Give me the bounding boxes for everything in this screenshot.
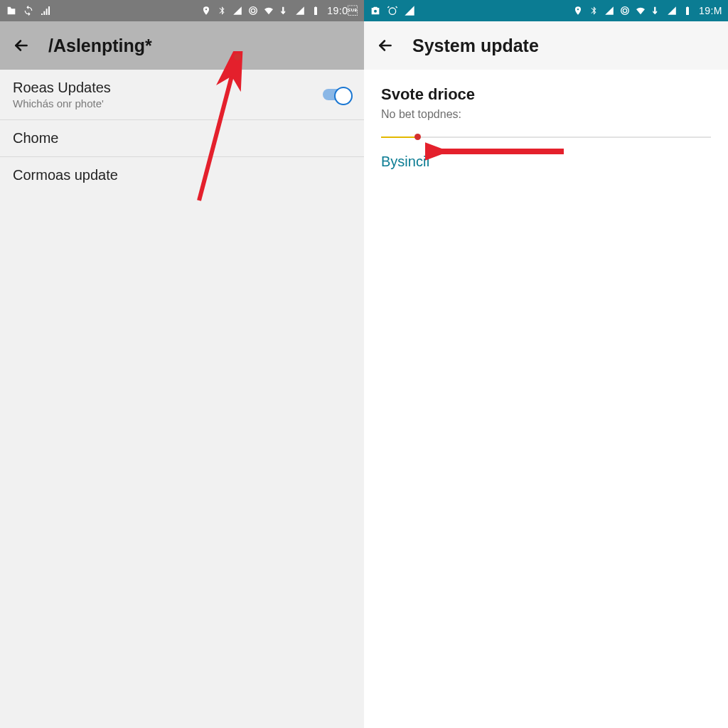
data-icon [651,5,662,16]
progress-bar [381,136,711,138]
sync-icon [23,5,34,16]
cell-signal-icon [232,5,243,16]
section-title: Svote drioce [381,85,711,104]
data-icon [279,5,290,16]
section-subtitle: No bet topdnes: [381,108,711,121]
signal-bars-icon [40,5,51,16]
alarm-icon [387,5,398,16]
row-label: Roeas Updates [13,80,111,96]
battery-icon [310,5,321,16]
location-icon [200,5,212,16]
update-content: Svote drioce No bet topdnes: Bysinciı [364,70,728,186]
progress-fill [381,136,417,138]
camera-icon [370,5,381,16]
nfc-icon [247,5,259,16]
status-right-icons: 19:0 [200,5,358,16]
status-left-icons [6,5,51,16]
row-roeas-updates[interactable]: Roeas Updates Whichás onr phote' [0,70,364,120]
svg-point-5 [389,8,395,14]
toggle-switch[interactable] [323,89,351,100]
folder-icon [6,5,17,16]
settings-list: Roeas Updates Whichás onr phote' Chome C… [0,70,364,193]
svg-point-4 [374,10,377,13]
location-icon [572,5,584,16]
status-bar: 19:0 [0,0,364,21]
row-label: Chome [13,130,58,146]
svg-point-0 [252,9,255,12]
page-title: System update [412,36,539,56]
progress-thumb[interactable] [414,134,421,140]
status-clock: 19:M [699,5,722,16]
wifi-icon [635,5,646,16]
wifi-icon [263,5,274,16]
cell-signal-3-icon [666,5,678,16]
cell-signal-2-icon [294,5,306,16]
left-pane: 19:0 /Aslenpting* Roeas Updates Whichás… [0,0,364,728]
cell-signal-icon [404,5,415,16]
cell-signal-2-icon [604,5,615,16]
nfc-icon [619,5,631,16]
back-button[interactable] [375,36,395,55]
svg-point-1 [250,7,257,15]
bluetooth-icon [216,5,228,16]
row-label: Cormoas update [13,167,118,183]
row-sublabel: Whichás onr phote' [13,97,111,109]
app-bar: /Aslenpting* [0,21,364,70]
svg-point-7 [621,7,629,15]
row-cormoas-update[interactable]: Cormoas update [0,157,364,193]
right-pane: 19:M System update Svote drioce No bet t… [364,0,728,728]
status-right-icons: 19:M [572,5,722,16]
back-button[interactable] [11,36,31,55]
row-chome[interactable]: Chome [0,120,364,157]
battery-icon [682,5,693,16]
status-bar: 19:M [364,0,728,21]
status-clock: 19:0 [327,5,358,16]
app-bar: System update [364,21,728,70]
bluetooth-icon [588,5,599,16]
page-title: /Aslenpting* [48,36,152,56]
svg-point-6 [623,9,626,12]
status-left-icons [370,5,415,16]
action-link[interactable]: Bysinciı [381,154,430,170]
